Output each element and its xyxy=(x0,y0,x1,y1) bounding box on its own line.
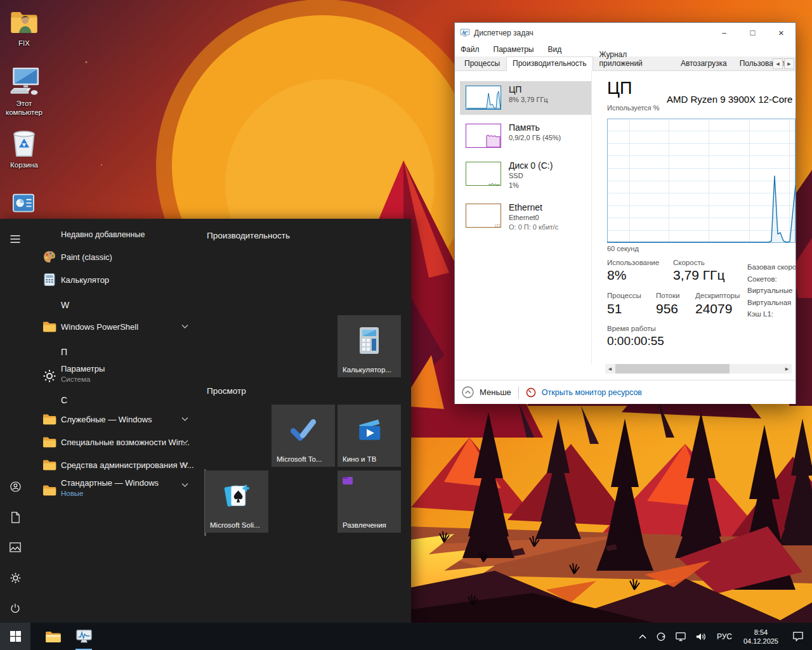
section-letter-p[interactable]: П xyxy=(61,347,67,357)
pictures-button[interactable] xyxy=(0,532,30,562)
horizontal-scrollbar[interactable]: ◀ ▶ xyxy=(605,364,792,374)
desktop-icon-label: FIX xyxy=(18,39,30,48)
taskbar-file-explorer[interactable] xyxy=(38,623,69,650)
folder-icon xyxy=(42,457,57,472)
tray-status-icon[interactable] xyxy=(652,623,671,650)
memory-mini-graph xyxy=(466,124,501,148)
scrollbar-thumb[interactable] xyxy=(615,364,730,374)
stat-value-handles: 24079 xyxy=(695,301,732,316)
start-button[interactable] xyxy=(0,623,30,650)
cpu-usage-graph xyxy=(607,119,796,243)
desktop-icon-label: Этот компьютер xyxy=(1,99,48,117)
tab-startup[interactable]: Автозагрузка xyxy=(674,56,733,70)
maximize-button[interactable]: □ xyxy=(738,23,767,42)
tiles-area: Производительность Калькулятор... Просмо… xyxy=(203,219,411,623)
chevron-down-icon xyxy=(181,325,188,329)
tile-microsoft-solitaire[interactable]: Microsoft Soli... xyxy=(205,471,268,533)
app-item-paint[interactable]: Paint (classic) xyxy=(30,245,203,268)
scroll-left-icon[interactable]: ◀ xyxy=(605,364,615,374)
folder-item-standard-windows[interactable]: Стандартные — Windows Новые xyxy=(30,476,203,504)
desktop-icon-label: Корзина xyxy=(10,160,38,169)
tray-volume[interactable] xyxy=(691,623,711,650)
tile-entertainment-folder[interactable]: Развлечения xyxy=(337,471,401,533)
power-button[interactable] xyxy=(0,593,30,623)
desktop: FIX Этот компьютер Корзина xyxy=(0,0,812,650)
folder-icon xyxy=(42,434,57,450)
action-center-icon xyxy=(792,631,804,642)
taskbar: РУС 8:54 04.12.2025 xyxy=(0,623,812,650)
gear-icon xyxy=(10,572,22,584)
chevron-down-icon xyxy=(181,463,188,467)
desktop-icon-this-pc[interactable]: Этот компьютер xyxy=(1,67,48,117)
scroll-right-icon[interactable]: ▶ xyxy=(782,364,792,374)
task-manager-window: Диспетчер задач – □ × Файл Параметры Вид… xyxy=(454,22,796,404)
folder-item-system-windows[interactable]: Служебные — Windows xyxy=(30,408,203,431)
network-icon xyxy=(675,632,686,642)
folder-item-admin-tools[interactable]: Средства администрирования W... xyxy=(30,453,203,476)
stat-label-uptime: Время работы xyxy=(607,325,656,332)
settings-button[interactable] xyxy=(0,562,30,593)
stat-label-speed: Скорость xyxy=(673,259,705,266)
tray-clock[interactable]: 8:54 04.12.2025 xyxy=(738,628,784,646)
resource-chart-icon xyxy=(12,193,35,214)
cpu-panel-title: ЦП xyxy=(607,79,632,98)
gear-icon xyxy=(42,368,57,384)
tile-calculator[interactable]: Калькулятор... xyxy=(337,315,401,377)
folder-item-accessibility[interactable]: Специальные возможности Win... xyxy=(30,431,203,453)
cpu-right-info: Базовая скоро Сокетов: Виртуальные Вирту… xyxy=(747,261,796,320)
user-account-button[interactable] xyxy=(0,471,30,502)
menu-expand-button[interactable] xyxy=(0,224,30,254)
stat-value-processes: 51 xyxy=(607,301,622,316)
recent-apps-header: Недавно добавленные xyxy=(61,230,145,239)
sidebar-item-cpu[interactable]: ЦП 8% 3,79 ГГц xyxy=(460,81,591,115)
close-button[interactable]: × xyxy=(767,23,796,42)
chevron-down-icon xyxy=(181,483,188,488)
minimize-button[interactable]: – xyxy=(710,23,738,42)
app-item-calculator[interactable]: Калькулятор xyxy=(30,268,203,291)
tray-show-hidden-icons[interactable] xyxy=(634,623,652,650)
documents-button[interactable] xyxy=(0,502,30,533)
window-title: Диспетчер задач xyxy=(474,29,534,37)
speaker-icon xyxy=(695,632,707,642)
tab-processes[interactable]: Процессы xyxy=(458,56,506,70)
paint-palette-icon xyxy=(42,249,57,264)
open-resource-monitor-link[interactable]: Открыть монитор ресурсов xyxy=(542,388,642,397)
graph-unit-label: Используется % xyxy=(607,104,660,112)
desktop-icon-monitor-app[interactable] xyxy=(8,193,39,214)
entertainment-icon xyxy=(343,476,353,485)
menu-file[interactable]: Файл xyxy=(461,45,480,54)
chevron-down-icon xyxy=(181,417,188,422)
section-letter-w[interactable]: W xyxy=(61,300,69,310)
chevron-up-circle-icon[interactable] xyxy=(462,386,474,398)
taskbar-task-manager[interactable] xyxy=(69,623,99,650)
app-item-powershell[interactable]: Windows PowerShell xyxy=(30,315,203,338)
tile-group-view[interactable]: Просмотр xyxy=(207,386,246,396)
menu-view[interactable]: Вид xyxy=(547,45,561,54)
tile-movies-tv[interactable]: Кино и ТВ xyxy=(337,405,401,467)
fewer-details-button[interactable]: Меньше xyxy=(480,387,511,397)
task-manager-titlebar[interactable]: Диспетчер задач – □ × xyxy=(455,23,796,42)
tray-network[interactable] xyxy=(671,623,691,650)
tile-microsoft-todo[interactable]: Microsoft To... xyxy=(272,405,335,467)
stat-value-speed: 3,79 ГГц xyxy=(673,268,724,283)
sidebar-item-disk[interactable]: Диск 0 (C:) SSD 1% xyxy=(460,157,591,195)
tab-app-history[interactable]: Журнал приложений xyxy=(593,48,674,70)
tray-time: 8:54 xyxy=(743,628,778,637)
desktop-icon-fix[interactable]: FIX xyxy=(1,8,48,48)
chevron-down-icon xyxy=(181,440,188,445)
tray-language-indicator[interactable]: РУС xyxy=(711,632,738,641)
tab-scroll-left-icon[interactable]: ◀ xyxy=(773,58,783,69)
tab-performance[interactable]: Производительность xyxy=(506,56,593,71)
stat-label-processes: Процессы xyxy=(607,292,641,299)
app-item-settings[interactable]: Параметры Система xyxy=(30,362,203,390)
tile-group-performance[interactable]: Производительность xyxy=(207,231,290,240)
menu-options[interactable]: Параметры xyxy=(494,45,534,54)
desktop-icon-recycle-bin[interactable]: Корзина xyxy=(1,127,48,169)
tab-scroll-right-icon[interactable]: ▶ xyxy=(784,58,794,69)
section-letter-s[interactable]: С xyxy=(61,395,67,405)
sidebar-item-memory[interactable]: Память 0,9/2,0 ГБ (45%) xyxy=(460,119,591,153)
app-list: Недавно добавленные Paint (classic) xyxy=(30,219,203,623)
circle-status-icon xyxy=(656,632,666,642)
action-center-button[interactable] xyxy=(784,623,812,650)
sidebar-item-ethernet[interactable]: Ethernet Ethernet0 О: 0 П: 0 кбит/с xyxy=(460,199,591,237)
